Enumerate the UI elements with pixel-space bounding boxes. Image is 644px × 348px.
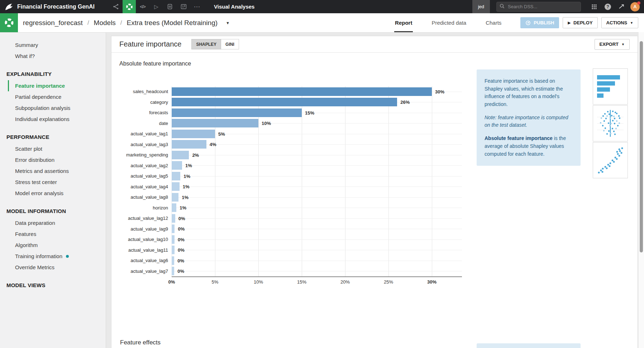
user-avatar[interactable]: A bbox=[630, 2, 640, 11]
page-scrollbar-track[interactable] bbox=[638, 32, 644, 348]
importance-method-toggle: SHAPLEYGINI bbox=[191, 39, 239, 49]
export-button[interactable]: EXPORT ▼ bbox=[595, 39, 630, 50]
bar-value-label: 5% bbox=[218, 131, 225, 136]
sidebar-item-label: Override Metrics bbox=[15, 264, 54, 270]
chart-thumbnails bbox=[593, 68, 628, 179]
bar-value-label: 2% bbox=[192, 152, 199, 158]
bar-value-label: 4% bbox=[210, 142, 216, 147]
dataiku-bird-logo[interactable] bbox=[4, 2, 14, 11]
sidebar-item-data-preparation[interactable]: Data preparation bbox=[8, 217, 106, 228]
importance-bar bbox=[172, 119, 258, 127]
sidebar-item-feature-importance[interactable]: Feature importance bbox=[8, 80, 106, 91]
sidebar-item-what-if[interactable]: What if? bbox=[8, 50, 106, 62]
more-icon[interactable]: ⋯ bbox=[190, 0, 204, 13]
importance-bar bbox=[172, 235, 175, 244]
visual-analysis-active-icon[interactable] bbox=[123, 0, 136, 13]
importance-bar bbox=[172, 108, 302, 117]
chart-row: actual_value_lag81% bbox=[119, 192, 630, 203]
importance-bar bbox=[172, 193, 178, 202]
tab-charts[interactable]: Charts bbox=[486, 13, 501, 32]
chart-row: actual_value_lag90% bbox=[119, 224, 630, 235]
beeswarm-icon bbox=[594, 106, 626, 140]
dashboard-icon[interactable] bbox=[177, 0, 190, 13]
breadcrumb-separator: / bbox=[87, 19, 89, 26]
x-tick: 25% bbox=[384, 279, 393, 285]
sidebar-item-features[interactable]: Features bbox=[8, 228, 106, 240]
x-tick: 5% bbox=[212, 279, 219, 285]
header-buttons: PUBLISH ▶ DEPLOY ACTIONS ▼ bbox=[520, 13, 638, 32]
feature-label: actual_value_lag10 bbox=[119, 237, 172, 242]
sidebar-item-label: Subpopulation analysis bbox=[15, 105, 70, 111]
sidebar-item-label: What if? bbox=[15, 53, 35, 59]
bar-track: 30% bbox=[172, 86, 462, 97]
bar-value-label: 1% bbox=[182, 194, 189, 200]
sidebar-item-label: Feature importance bbox=[15, 83, 65, 89]
feature-label: category bbox=[119, 100, 172, 105]
sidebar-item-error-distribution[interactable]: Error distribution bbox=[8, 154, 106, 165]
model-dropdown-caret[interactable]: ▼ bbox=[226, 21, 230, 25]
tab-predicted-data[interactable]: Predicted data bbox=[431, 13, 466, 32]
sidebar-item-training-information[interactable]: Training information bbox=[8, 251, 106, 262]
tab-report[interactable]: Report bbox=[395, 13, 412, 32]
analysis-logo-tile[interactable] bbox=[0, 13, 18, 32]
feature-effects-info-panel bbox=[477, 343, 581, 348]
bar-chart-thumbnail[interactable] bbox=[593, 68, 628, 105]
sidebar-item-algorithm[interactable]: Algorithm bbox=[8, 240, 106, 251]
feature-label: marketing_spending bbox=[119, 152, 172, 158]
code-notebook-icon[interactable]: </> bbox=[136, 0, 149, 13]
bar-track: 0% bbox=[172, 266, 462, 277]
actions-button[interactable]: ACTIONS ▼ bbox=[601, 17, 638, 28]
bar-value-label: 15% bbox=[305, 110, 314, 115]
sidebar-item-metrics-and-assertions[interactable]: Metrics and assertions bbox=[8, 165, 106, 177]
scatter-plot-thumbnail[interactable] bbox=[593, 142, 628, 178]
toggle-gini[interactable]: GINI bbox=[221, 39, 239, 49]
breadcrumb-model-name[interactable]: Extra trees (Model Retraining) bbox=[127, 19, 218, 27]
bar-value-label: 0% bbox=[177, 269, 184, 274]
chart-row: actual_value_lag100% bbox=[119, 234, 630, 245]
chart-row: actual_value_lag41% bbox=[119, 182, 630, 192]
sidebar-item-partial-dependence[interactable]: Partial dependence bbox=[8, 91, 106, 102]
sidebar-item-label: Summary bbox=[15, 42, 38, 48]
search-icon bbox=[500, 4, 505, 10]
page-scrollbar-thumb[interactable] bbox=[640, 41, 643, 252]
bar-track: 15% bbox=[172, 107, 462, 118]
sidebar-item-scatter-plot[interactable]: Scatter plot bbox=[8, 143, 106, 154]
jobs-icon[interactable] bbox=[163, 0, 177, 13]
x-tick: 30% bbox=[427, 279, 437, 285]
shapley-summary-thumbnail[interactable] bbox=[593, 105, 628, 141]
flow-icon[interactable] bbox=[109, 0, 123, 13]
apps-grid-icon[interactable] bbox=[587, 0, 601, 13]
sidebar-item-stress-test-center[interactable]: Stress test center bbox=[8, 177, 106, 188]
sidebar-item-label: Algorithm bbox=[15, 242, 38, 248]
sidebar-item-individual-explanations[interactable]: Individual explanations bbox=[8, 113, 106, 125]
bar-value-label: 1% bbox=[183, 184, 190, 189]
bar-chart-icon bbox=[597, 73, 624, 100]
sidebar-item-subpopulation-analysis[interactable]: Subpopulation analysis bbox=[8, 102, 106, 113]
metrics-trend-icon[interactable] bbox=[615, 0, 628, 13]
bar-value-label: 1% bbox=[185, 163, 192, 168]
breadcrumb-project[interactable]: regression_forecast bbox=[23, 19, 83, 27]
importance-bar bbox=[172, 182, 180, 191]
run-icon[interactable]: ▷ bbox=[149, 0, 163, 13]
importance-bar bbox=[172, 98, 397, 106]
breadcrumb-models[interactable]: Models bbox=[94, 19, 116, 27]
bar-track: 5% bbox=[172, 129, 462, 139]
bar-track: 1% bbox=[172, 182, 462, 192]
sidebar-item-label: Data preparation bbox=[15, 220, 55, 226]
sidebar-item-summary[interactable]: Summary bbox=[8, 39, 106, 50]
bar-track: 1% bbox=[172, 192, 462, 203]
feature-label: actual_value_lag2 bbox=[119, 163, 172, 168]
importance-bar bbox=[172, 267, 174, 275]
toggle-shapley[interactable]: SHAPLEY bbox=[191, 39, 221, 49]
chart-row: actual_value_lag70% bbox=[119, 266, 630, 277]
importance-bar bbox=[172, 87, 432, 96]
sidebar-item-override-metrics[interactable]: Override Metrics bbox=[8, 262, 106, 273]
publish-button[interactable]: PUBLISH bbox=[520, 17, 559, 28]
sidebar-item-model-error-analysis[interactable]: Model error analysis bbox=[8, 188, 106, 199]
bar-value-label: 0% bbox=[178, 237, 185, 242]
help-icon[interactable]: ? bbox=[601, 0, 615, 13]
deploy-button[interactable]: ▶ DEPLOY bbox=[563, 17, 597, 28]
x-tick: 20% bbox=[340, 279, 350, 285]
search-input[interactable] bbox=[507, 4, 578, 10]
user-menu[interactable]: jed bbox=[472, 0, 490, 13]
